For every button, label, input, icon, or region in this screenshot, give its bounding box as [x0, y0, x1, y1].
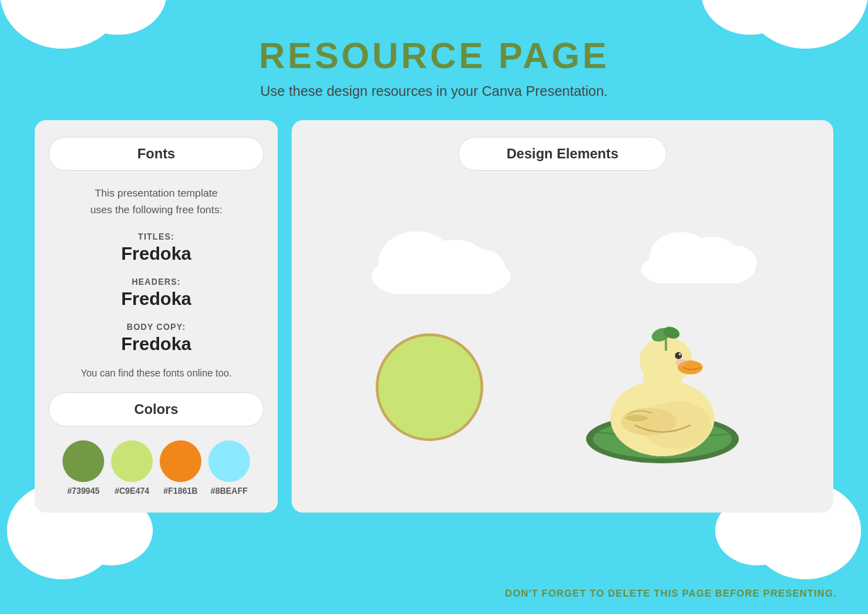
titles-label: TITLES:: [49, 232, 264, 242]
titles-font-item: TITLES: Fredoka: [49, 232, 264, 265]
color-circle-4: [208, 440, 250, 482]
svg-point-21: [676, 359, 687, 366]
titles-font-name: Fredoka: [49, 243, 264, 265]
footer-note: DON'T FORGET TO DELETE THIS PAGE BEFORE …: [505, 588, 837, 599]
color-hex-2: #C9E474: [115, 486, 149, 496]
right-card: Design Elements: [292, 120, 833, 513]
svg-point-20: [678, 354, 681, 356]
color-swatch-4: #8BEAFF: [208, 440, 250, 496]
page-subtitle: Use these design resources in your Canva…: [260, 83, 608, 99]
color-swatch-2: #C9E474: [111, 440, 153, 496]
color-hex-4: #8BEAFF: [210, 486, 247, 496]
color-hex-3: #F1861B: [163, 486, 197, 496]
duck-illustration: [569, 310, 749, 463]
color-circle-1: [62, 440, 104, 482]
fonts-header: Fonts: [49, 137, 264, 171]
svg-point-7: [715, 246, 757, 279]
find-fonts-text: You can find these fonts online too.: [81, 367, 231, 379]
cloud-bottom-left: [0, 517, 167, 614]
body-font-item: BODY COPY: Fredoka: [49, 322, 264, 355]
body-font-name: Fredoka: [49, 333, 264, 355]
design-elements-header: Design Elements: [458, 137, 667, 171]
inner-cloud-left: [365, 224, 517, 297]
colors-section: Colors #739945 #C9E474 #F1861B: [49, 392, 264, 496]
fonts-description: This presentation template uses the foll…: [90, 185, 222, 218]
color-hex-1: #739945: [67, 486, 100, 496]
svg-point-19: [675, 352, 682, 359]
color-swatch-1: #739945: [62, 440, 104, 496]
left-card: Fonts This presentation template uses th…: [35, 120, 278, 513]
page-title: RESOURCE PAGE: [259, 35, 610, 76]
cloud-bottom-right: [701, 517, 868, 614]
color-swatches: #739945 #C9E474 #F1861B #8BEAFF: [49, 440, 264, 496]
colors-header: Colors: [49, 392, 264, 426]
color-circle-3: [160, 440, 201, 482]
headers-label: HEADERS:: [49, 277, 264, 287]
green-circle: [376, 333, 483, 441]
headers-font-item: HEADERS: Fredoka: [49, 277, 264, 310]
color-circle-2: [111, 440, 153, 482]
body-label: BODY COPY:: [49, 322, 264, 332]
cards-row: Fonts This presentation template uses th…: [35, 120, 833, 513]
color-swatch-3: #F1861B: [160, 440, 201, 496]
inner-cloud-right: [635, 224, 760, 286]
svg-point-3: [453, 249, 506, 290]
headers-font-name: Fredoka: [49, 288, 264, 310]
